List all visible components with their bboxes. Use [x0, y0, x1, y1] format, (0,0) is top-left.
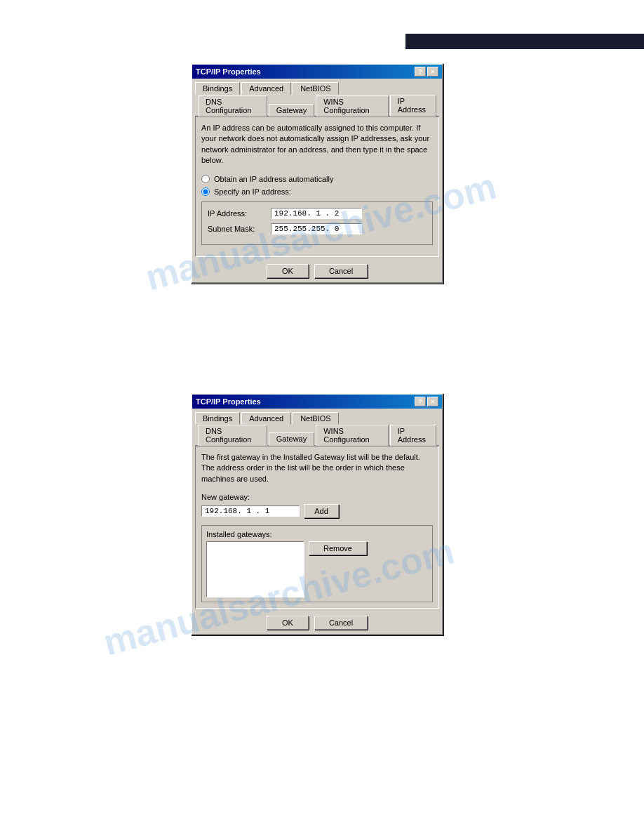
remove-button-2[interactable]: Remove	[309, 541, 367, 555]
installed-section-2: Installed gateways: Remove	[201, 525, 433, 602]
tabs-row1-d1: Bindings Advanced NetBIOS	[192, 79, 442, 94]
tab-content-2: The first gateway in the Installed Gatew…	[195, 446, 439, 609]
titlebar-buttons-1: ? ×	[415, 67, 438, 77]
top-bar	[405, 34, 644, 49]
tab-netbios-1[interactable]: NetBIOS	[293, 82, 338, 95]
titlebar-buttons-2: ? ×	[415, 397, 438, 406]
ip-address-input-1[interactable]	[271, 208, 362, 219]
cancel-button-1[interactable]: Cancel	[314, 264, 368, 278]
tabs-row2-d2: DNS Configuration Gateway WINS Configura…	[195, 424, 439, 446]
tabs-row2-d1: DNS Configuration Gateway WINS Configura…	[195, 94, 439, 117]
dialog-buttons-1: OK Cancel	[192, 260, 442, 282]
tab-gateway-2[interactable]: Gateway	[269, 432, 314, 446]
dialog-buttons-2: OK Cancel	[192, 611, 442, 634]
new-gateway-input-2[interactable]	[201, 505, 300, 517]
dialog-title-2: TCP/IP Properties	[196, 397, 261, 406]
dialog-titlebar-2: TCP/IP Properties ? ×	[192, 395, 442, 409]
installed-label-2: Installed gateways:	[206, 530, 428, 538]
installed-listbox-2[interactable]	[206, 541, 304, 597]
tab-bindings-1[interactable]: Bindings	[195, 82, 240, 95]
radio-auto-1[interactable]	[201, 175, 210, 183]
new-gateway-label-2: New gateway:	[201, 493, 433, 501]
dialog-title-1: TCP/IP Properties	[196, 67, 261, 76]
tab-ipaddress-1[interactable]: IP Address	[390, 95, 436, 117]
tab-wins-2[interactable]: WINS Configuration	[316, 425, 388, 446]
tab-gateway-1[interactable]: Gateway	[269, 104, 314, 117]
radio-auto-text-1: Obtain an IP address automatically	[214, 175, 333, 183]
tab-dns-1[interactable]: DNS Configuration	[198, 95, 267, 117]
specify-section-1: IP Address: Subnet Mask:	[201, 201, 433, 245]
installed-buttons-2: Remove	[309, 541, 367, 597]
subnet-mask-input-1[interactable]	[271, 223, 362, 234]
subnet-label-1: Subnet Mask:	[208, 225, 271, 233]
ip-label-1: IP Address:	[208, 209, 271, 218]
cancel-button-2[interactable]: Cancel	[314, 616, 368, 630]
ok-button-2[interactable]: OK	[267, 616, 309, 630]
help-titlebar-btn-1[interactable]: ?	[415, 67, 426, 77]
tab-dns-2[interactable]: DNS Configuration	[198, 425, 267, 446]
description-text-1: An IP address can be automatically assig…	[201, 123, 433, 166]
tab-content-1: An IP address can be automatically assig…	[195, 117, 439, 257]
close-titlebar-btn-2[interactable]: ×	[427, 397, 438, 406]
tab-ipaddress-2[interactable]: IP Address	[390, 425, 436, 446]
tab-netbios-2[interactable]: NetBIOS	[293, 412, 338, 425]
dialog-titlebar-1: TCP/IP Properties ? ×	[192, 65, 442, 79]
close-titlebar-btn-1[interactable]: ×	[427, 67, 438, 77]
ok-button-1[interactable]: OK	[267, 264, 309, 278]
add-button-2[interactable]: Add	[304, 504, 339, 518]
tabs-row1-d2: Bindings Advanced NetBIOS	[192, 409, 442, 424]
tab-advanced-2[interactable]: Advanced	[241, 412, 291, 425]
tab-bindings-2[interactable]: Bindings	[195, 412, 240, 425]
ip-field-row-1: IP Address:	[208, 208, 427, 219]
description-text-2: The first gateway in the Installed Gatew…	[201, 452, 433, 484]
tab-wins-1[interactable]: WINS Configuration	[316, 95, 388, 117]
tab-advanced-1[interactable]: Advanced	[241, 82, 291, 95]
radio-auto-label-1[interactable]: Obtain an IP address automatically	[201, 175, 433, 183]
help-titlebar-btn-2[interactable]: ?	[415, 397, 426, 406]
radio-group-1: Obtain an IP address automatically Speci…	[201, 175, 433, 196]
radio-specify-1[interactable]	[201, 187, 210, 196]
radio-specify-label-1[interactable]: Specify an IP address:	[201, 187, 433, 196]
dialog-tcpip-2: TCP/IP Properties ? × Bindings Advanced …	[191, 393, 443, 635]
subnet-field-row-1: Subnet Mask:	[208, 223, 427, 234]
gateway-input-row-2: Add	[201, 504, 433, 518]
dialog-tcpip-1: TCP/IP Properties ? × Bindings Advanced …	[191, 63, 443, 284]
installed-content-2: Remove	[206, 541, 428, 597]
radio-specify-text-1: Specify an IP address:	[214, 187, 291, 196]
